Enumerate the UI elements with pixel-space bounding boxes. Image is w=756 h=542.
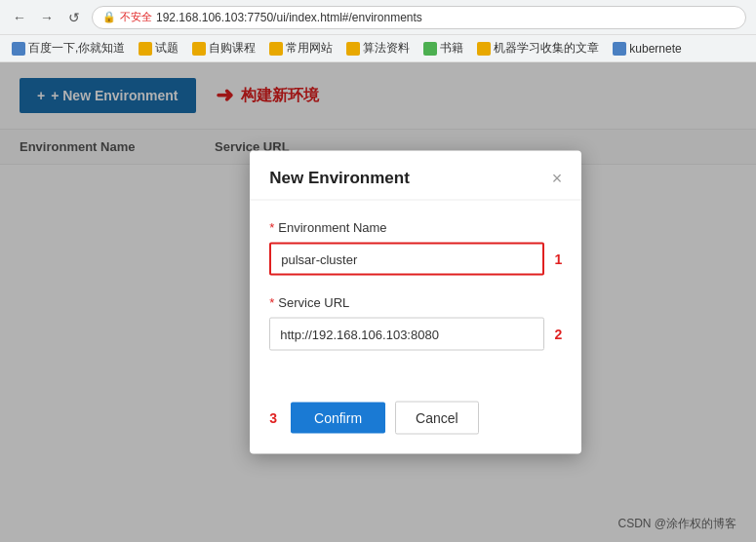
address-text: 192.168.106.103:7750/ui/index.html#/envi… <box>156 11 422 24</box>
env-name-input-row: 1 <box>269 243 562 276</box>
service-url-label: * Service URL <box>269 295 562 310</box>
bookmark-label: kubernete <box>629 42 681 56</box>
bookmark-icon <box>12 42 25 56</box>
bookmark-sites[interactable]: 常用网站 <box>265 38 337 58</box>
dialog-close-button[interactable]: × <box>552 170 563 187</box>
service-url-label-text: Service URL <box>278 295 349 310</box>
browser-bar: ← → ↺ 🔒 不安全 192.168.106.103:7750/ui/inde… <box>0 0 756 35</box>
bookmark-ml[interactable]: 机器学习收集的文章 <box>473 38 603 58</box>
bookmark-label: 机器学习收集的文章 <box>494 40 599 57</box>
reload-button[interactable]: ↺ <box>64 8 84 27</box>
forward-button[interactable]: → <box>37 8 57 27</box>
bookmark-label: 自购课程 <box>209 40 256 57</box>
dialog-footer: 3 Confirm Cancel <box>250 390 581 454</box>
bookmark-books[interactable]: 书籍 <box>419 38 467 58</box>
dialog-header: New Environment × <box>250 151 581 201</box>
new-environment-dialog: New Environment × * Environment Name 1 *… <box>250 151 581 454</box>
bookmark-k8s[interactable]: kubernete <box>609 40 685 58</box>
dialog-title: New Environment <box>269 169 410 188</box>
required-star: * <box>269 220 274 235</box>
bookmarks-bar: 百度一下,你就知道 试题 自购课程 常用网站 算法资料 书籍 机器学习收集的文章… <box>0 35 756 62</box>
bookmark-algo[interactable]: 算法资料 <box>342 38 414 58</box>
step-1-label: 1 <box>554 252 562 267</box>
back-button[interactable]: ← <box>10 8 29 27</box>
env-name-label: * Environment Name <box>269 220 562 235</box>
service-url-input-row: 2 <box>269 318 562 351</box>
bookmark-titi[interactable]: 试题 <box>135 38 182 58</box>
bookmark-icon <box>269 42 283 56</box>
dialog-body: * Environment Name 1 * Service URL 2 <box>250 201 581 390</box>
page-content: + + New Environment ➜ 构建新环境 Environment … <box>0 62 756 542</box>
bookmark-icon <box>192 42 206 56</box>
required-star-2: * <box>269 295 274 310</box>
env-name-group: * Environment Name 1 <box>269 220 562 276</box>
bookmark-icon <box>139 42 152 56</box>
bookmark-label: 试题 <box>155 40 179 57</box>
bookmark-label: 百度一下,你就知道 <box>28 40 125 57</box>
bookmark-icon <box>423 42 437 56</box>
cancel-button[interactable]: Cancel <box>395 402 479 435</box>
env-name-label-text: Environment Name <box>278 220 386 235</box>
security-label: 不安全 <box>120 10 152 24</box>
bookmark-label: 常用网站 <box>286 40 333 57</box>
bookmark-icon <box>477 42 491 56</box>
bookmark-label: 算法资料 <box>363 40 410 57</box>
address-bar[interactable]: 🔒 不安全 192.168.106.103:7750/ui/index.html… <box>92 6 746 29</box>
security-icon: 🔒 <box>102 11 116 23</box>
service-url-group: * Service URL 2 <box>269 295 562 351</box>
bookmark-icon <box>346 42 360 56</box>
step-2-label: 2 <box>554 327 562 342</box>
confirm-button[interactable]: Confirm <box>291 403 385 434</box>
bookmark-baidu[interactable]: 百度一下,你就知道 <box>8 38 129 58</box>
step-3-label: 3 <box>269 410 277 426</box>
service-url-input[interactable] <box>269 318 544 351</box>
bookmark-course[interactable]: 自购课程 <box>188 38 259 58</box>
bookmark-icon <box>613 42 626 56</box>
env-name-input[interactable] <box>269 243 544 276</box>
bookmark-label: 书籍 <box>440 40 463 57</box>
